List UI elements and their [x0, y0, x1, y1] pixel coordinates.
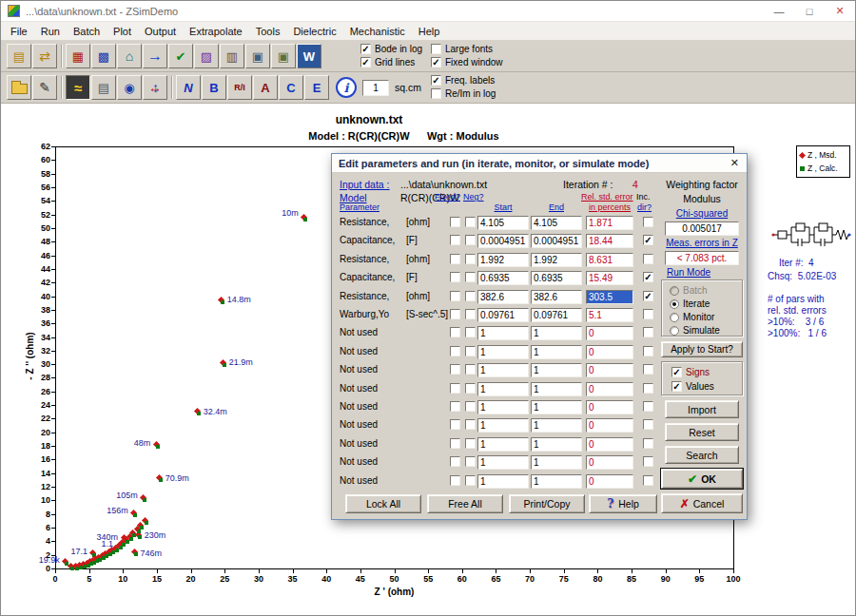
input-data-label[interactable]: Input data : — [340, 179, 390, 190]
titlebar[interactable]: ...\data\unknown.txt - ZSimDemo — □ ✕ — [1, 1, 855, 22]
menu-plot[interactable]: Plot — [107, 24, 138, 39]
neg-checkbox[interactable] — [465, 475, 476, 486]
fixed-checkbox[interactable] — [450, 254, 460, 264]
free-all-button[interactable]: Free All — [427, 494, 503, 513]
dialog-titlebar[interactable]: Edit parameters and run (in iterate, mon… — [332, 154, 747, 173]
rel-std-error-field[interactable] — [586, 345, 633, 359]
neg-checkbox[interactable] — [465, 438, 476, 449]
copy-setup-button[interactable]: ▤ — [7, 44, 31, 68]
end-header[interactable]: End — [531, 202, 582, 212]
inc-dir-checkbox[interactable] — [643, 346, 653, 356]
reset-button[interactable]: Reset — [665, 423, 739, 441]
menu-batch[interactable]: Batch — [67, 24, 107, 39]
check-re-im-in-log[interactable]: Re/Im in log — [431, 88, 496, 99]
plot-fit-button[interactable]: ▩ — [91, 44, 116, 68]
end-field[interactable] — [531, 345, 582, 359]
edit-data-button[interactable]: ✎ — [32, 75, 57, 100]
run-iterate-button[interactable]: → — [143, 44, 167, 68]
menu-dielectric[interactable]: Dielectric — [286, 24, 342, 39]
apply-to-start-button[interactable]: Apply to Start? — [661, 341, 743, 357]
inc-dir-checkbox[interactable] — [643, 327, 653, 337]
end-field[interactable] — [531, 382, 582, 396]
rel-std-error-field[interactable] — [586, 234, 633, 248]
start-field[interactable] — [477, 326, 529, 340]
end-field[interactable] — [531, 253, 582, 267]
copy-data-button[interactable]: ▣ — [271, 44, 296, 68]
run-mode-label[interactable]: Run Mode — [667, 267, 710, 278]
chi-squared-label[interactable]: Chi-squared — [659, 208, 745, 219]
permittivity-button[interactable]: E — [304, 75, 329, 100]
close-button[interactable]: ✕ — [825, 1, 855, 21]
print-button[interactable]: ▤ — [91, 75, 116, 100]
plot-measured-button[interactable]: ▦ — [66, 44, 90, 68]
rel-std-error-field[interactable] — [586, 474, 633, 489]
accept-fit-button[interactable]: ✔ — [168, 44, 193, 68]
bode-button[interactable]: B — [202, 75, 226, 100]
fixed-checkbox[interactable] — [450, 383, 460, 394]
end-field[interactable] — [531, 437, 582, 452]
maximize-button[interactable]: □ — [794, 1, 825, 21]
check-values[interactable]: ✓Values — [671, 381, 714, 392]
inc-dir-checkbox[interactable] — [643, 254, 653, 264]
checkbox-large-fonts[interactable] — [431, 44, 441, 54]
neg-checkbox[interactable] — [465, 401, 476, 412]
start-field[interactable] — [477, 400, 529, 414]
inc-dir-checkbox[interactable] — [643, 419, 653, 430]
menu-mechanistic[interactable]: Mechanistic — [343, 24, 412, 39]
checkbox-bode-in-log[interactable]: ✓ — [360, 44, 371, 54]
start-field[interactable] — [477, 418, 529, 433]
menu-file[interactable]: File — [4, 24, 34, 39]
inc-dir-checkbox[interactable] — [643, 475, 653, 486]
checkbox-grid-lines[interactable]: ✓ — [360, 57, 371, 67]
check-grid-lines[interactable]: ✓Grid lines — [360, 57, 415, 67]
inc-dir-checkbox[interactable] — [643, 217, 653, 227]
open-data-button[interactable] — [7, 75, 31, 100]
lock-all-button[interactable]: Lock All — [345, 494, 421, 513]
report-button[interactable]: ▥ — [220, 44, 244, 68]
start-field[interactable] — [477, 271, 529, 285]
rel-std-error-field[interactable] — [586, 455, 633, 470]
start-field[interactable] — [477, 363, 529, 377]
simulate-button[interactable]: ▨ — [194, 44, 219, 68]
neg-checkbox[interactable] — [465, 217, 476, 227]
word-export-button[interactable]: W — [297, 44, 321, 68]
neg-checkbox[interactable] — [465, 346, 476, 356]
fixed-checkbox[interactable] — [450, 346, 460, 356]
preview-button[interactable]: ◉ — [117, 75, 142, 100]
app-icon[interactable] — [8, 5, 20, 17]
end-field[interactable] — [531, 234, 582, 248]
fixed-checkbox[interactable] — [450, 272, 460, 282]
fixed-checkbox[interactable] — [450, 364, 460, 375]
start-field[interactable] — [477, 216, 529, 230]
inc-dir-checkbox[interactable] — [643, 364, 653, 375]
fixed-checkbox[interactable] — [450, 401, 460, 412]
info-button[interactable]: i — [336, 77, 357, 98]
end-field[interactable] — [531, 290, 582, 304]
start-field[interactable] — [477, 308, 529, 322]
radio-monitor[interactable]: Monitor — [670, 312, 714, 322]
menu-output[interactable]: Output — [138, 24, 183, 39]
checkbox-freq-labels[interactable]: ✓ — [431, 75, 441, 86]
fixed-checkbox[interactable] — [450, 456, 460, 467]
plot-all-button[interactable]: ⌂ — [117, 44, 142, 68]
check-bode-in-log[interactable]: ✓Bode in log — [360, 44, 422, 54]
pan-zoom-button[interactable]: ↔↕ — [143, 75, 167, 100]
print-copy-button[interactable]: Print/Copy — [509, 494, 585, 513]
rel-std-error-field[interactable] — [586, 363, 633, 377]
ok-button[interactable]: ✔ OK — [661, 469, 743, 489]
import-button[interactable]: Import — [665, 400, 739, 418]
check-fixed-window[interactable]: ✓Fixed window — [431, 57, 503, 67]
neg-checkbox[interactable] — [465, 456, 476, 467]
menu-run[interactable]: Run — [34, 24, 67, 39]
rel-std-error-field[interactable] — [586, 271, 633, 285]
checkbox-re-im-in-log[interactable] — [431, 88, 441, 99]
fixed-header[interactable]: Fixed? — [435, 192, 460, 202]
end-field[interactable] — [531, 418, 582, 433]
rel-std-error-field[interactable] — [586, 400, 633, 414]
inc-dir-checkbox[interactable] — [643, 309, 653, 319]
check-signs[interactable]: ✓Signs — [671, 367, 710, 377]
start-field[interactable] — [477, 474, 529, 489]
checkbox-fixed-window[interactable]: ✓ — [431, 57, 441, 67]
end-field[interactable] — [531, 216, 582, 230]
rel-std-error-field[interactable] — [586, 253, 633, 267]
